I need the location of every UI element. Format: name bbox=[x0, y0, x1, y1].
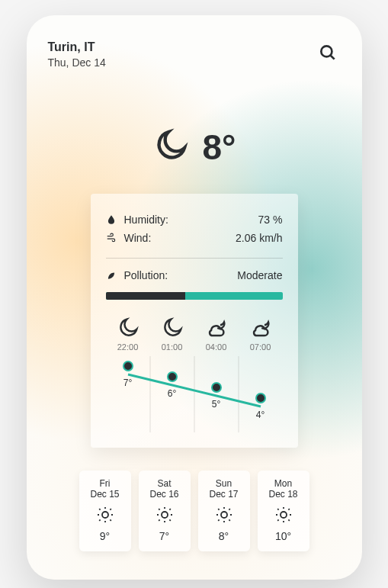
current-weather: 8° bbox=[48, 127, 341, 168]
svg-line-35 bbox=[277, 509, 278, 509]
city-label: Turin, IT bbox=[48, 40, 106, 56]
forecast-day: Mon bbox=[262, 478, 305, 489]
date-label: Thu, Dec 14 bbox=[48, 56, 106, 69]
svg-line-13 bbox=[110, 509, 111, 509]
forecast-date: Dec 15 bbox=[84, 489, 127, 500]
wind-label: Wind: bbox=[124, 232, 190, 244]
cloud-moon-icon bbox=[239, 316, 283, 339]
hour-time: 01:00 bbox=[150, 342, 194, 352]
svg-line-21 bbox=[159, 519, 159, 520]
humidity-label: Humidity: bbox=[124, 214, 190, 226]
pollution-row: Pollution: Moderate bbox=[106, 266, 283, 284]
forecast-card[interactable]: SatDec 167° bbox=[139, 471, 191, 551]
location-block[interactable]: Turin, IT Thu, Dec 14 bbox=[48, 40, 106, 69]
humidity-row: Humidity: 73 % bbox=[106, 210, 283, 229]
chart-point: 4° bbox=[255, 393, 266, 420]
sun-icon bbox=[262, 506, 305, 524]
wind-value: 2.06 km/h bbox=[190, 232, 283, 244]
forecast-temp: 9° bbox=[84, 530, 127, 542]
forecast-card[interactable]: SunDec 178° bbox=[198, 471, 250, 551]
svg-line-22 bbox=[169, 509, 170, 509]
svg-line-30 bbox=[218, 519, 219, 520]
chart-dot bbox=[211, 382, 222, 393]
hour-time: 04:00 bbox=[194, 342, 239, 352]
svg-point-23 bbox=[221, 512, 227, 518]
chart-dot bbox=[255, 393, 266, 403]
details-card: Humidity: 73 % Wind: 2.06 km/h Pollution… bbox=[91, 194, 298, 448]
moon-icon bbox=[152, 127, 189, 167]
svg-point-5 bbox=[102, 512, 108, 518]
pollution-value: Moderate bbox=[190, 269, 283, 281]
hour-col: 01:00 bbox=[150, 316, 194, 352]
chart-point: 7° bbox=[123, 361, 133, 388]
svg-line-17 bbox=[159, 509, 159, 509]
svg-line-18 bbox=[169, 519, 170, 520]
leaf-icon bbox=[106, 270, 120, 281]
forecast-date: Dec 18 bbox=[262, 489, 305, 500]
forecast-temp: 10° bbox=[262, 530, 305, 542]
sun-icon bbox=[84, 506, 127, 524]
chart-temp-label: 6° bbox=[167, 388, 178, 399]
svg-line-27 bbox=[229, 519, 229, 520]
weather-app: Turin, IT Thu, Dec 14 8° Humidity: 73 % bbox=[27, 15, 362, 580]
svg-point-14 bbox=[162, 512, 168, 518]
chart-dot bbox=[167, 371, 178, 382]
forecast-date: Dec 17 bbox=[203, 489, 245, 500]
svg-line-1 bbox=[330, 55, 334, 59]
hour-time: 22:00 bbox=[106, 342, 150, 352]
forecast-row: FriDec 159°SatDec 167°SunDec 178°MonDec … bbox=[48, 471, 341, 551]
wind-icon bbox=[106, 233, 120, 243]
chart-point: 5° bbox=[211, 382, 222, 410]
svg-line-9 bbox=[110, 519, 111, 520]
svg-line-40 bbox=[288, 509, 289, 509]
chart-temp-label: 4° bbox=[255, 410, 266, 420]
droplet-icon bbox=[106, 214, 120, 225]
sun-icon bbox=[203, 506, 245, 524]
forecast-day: Fri bbox=[84, 478, 127, 489]
hourly-chart: 7°6°5°4° bbox=[106, 356, 283, 432]
hour-time: 07:00 bbox=[239, 342, 283, 352]
hour-col: 22:00 bbox=[106, 316, 150, 352]
wind-row: Wind: 2.06 km/h bbox=[106, 229, 283, 247]
forecast-card[interactable]: FriDec 159° bbox=[79, 471, 131, 551]
svg-line-12 bbox=[99, 519, 100, 520]
pollution-label: Pollution: bbox=[124, 269, 190, 281]
forecast-day: Sat bbox=[143, 478, 186, 489]
moon-icon bbox=[106, 316, 150, 339]
forecast-date: Dec 16 bbox=[143, 489, 186, 500]
pollution-bar-fill bbox=[106, 292, 185, 300]
header: Turin, IT Thu, Dec 14 bbox=[48, 40, 341, 69]
chart-temp-label: 7° bbox=[123, 378, 133, 388]
forecast-day: Sun bbox=[203, 478, 245, 489]
hourly-row: 22:0001:0004:0007:00 bbox=[106, 316, 283, 352]
pollution-bar bbox=[106, 292, 283, 300]
current-temp: 8° bbox=[203, 127, 236, 168]
svg-line-31 bbox=[229, 509, 229, 509]
divider bbox=[106, 258, 283, 259]
svg-line-36 bbox=[288, 519, 289, 520]
chart-point: 6° bbox=[167, 371, 178, 399]
hour-col: 04:00 bbox=[194, 316, 239, 352]
moon-icon bbox=[150, 316, 194, 339]
forecast-temp: 7° bbox=[143, 530, 186, 542]
svg-line-26 bbox=[218, 509, 219, 509]
search-button[interactable] bbox=[315, 40, 341, 68]
cloud-moon-icon bbox=[194, 316, 239, 339]
chart-dot bbox=[123, 361, 133, 371]
sun-icon bbox=[143, 506, 186, 524]
forecast-card[interactable]: MonDec 1810° bbox=[258, 471, 309, 551]
svg-line-8 bbox=[99, 509, 100, 509]
svg-point-0 bbox=[321, 46, 332, 56]
hour-col: 07:00 bbox=[239, 316, 283, 352]
svg-point-32 bbox=[281, 512, 287, 518]
search-icon bbox=[318, 43, 338, 63]
svg-line-39 bbox=[277, 519, 278, 520]
humidity-value: 73 % bbox=[190, 214, 283, 226]
forecast-temp: 8° bbox=[203, 530, 245, 542]
chart-temp-label: 5° bbox=[211, 399, 222, 410]
